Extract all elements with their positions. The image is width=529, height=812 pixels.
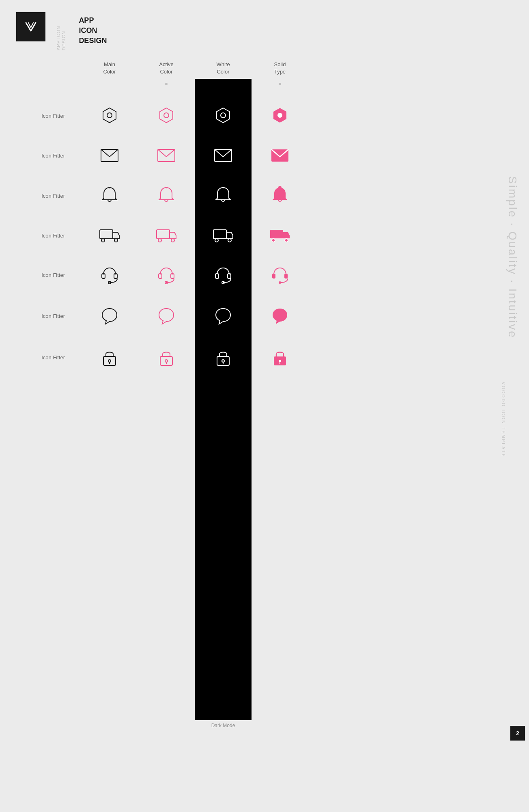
icon-cell-bell-active [138,186,195,205]
table-row: Icon Fitter [0,296,529,336]
svg-point-5 [221,113,226,118]
row-label-4: Icon Fitter [0,233,81,239]
col-header-solid: SolidType [252,61,308,76]
svg-marker-4 [217,108,230,123]
svg-point-43 [108,360,111,362]
icon-cell-truck-solid [252,228,308,243]
svg-point-25 [228,239,231,242]
icon-cell-chat-solid [252,307,308,325]
svg-rect-48 [217,356,229,365]
icon-cell-chat-active [138,307,195,325]
icon-cell-hex-active [138,106,195,125]
right-watermark: VOCODO ICON TEMPLATE [501,382,505,458]
icon-cell-headset-active [138,266,195,284]
svg-point-16 [278,186,282,189]
logo-box [16,12,45,41]
svg-point-49 [222,360,224,362]
svg-point-22 [171,239,174,242]
icon-cell-mail-main [81,148,138,163]
svg-marker-0 [103,108,116,123]
main-content: Icon Fitter [0,95,529,745]
col-header-white: WhiteColor [195,61,252,76]
icon-cell-chat-main [81,307,138,325]
table-row: Icon Fitter [0,336,529,378]
svg-point-46 [165,360,168,362]
header-vertical-label: APP ICON DESIGN [56,14,67,50]
row-label-7: Icon Fitter [0,354,81,361]
row-label-2: Icon Fitter [0,153,81,159]
icon-cell-headset-white [195,266,252,284]
svg-point-18 [101,239,105,242]
row-label-1: Icon Fitter [0,113,81,119]
dark-mode-label: Dark Mode [195,723,252,728]
svg-point-41 [279,281,281,284]
app-title: APP ICON DESIGN [79,15,107,46]
svg-rect-17 [100,230,113,239]
svg-rect-39 [272,274,275,279]
svg-point-3 [164,113,169,118]
svg-marker-2 [160,108,173,123]
svg-point-19 [114,239,118,242]
icon-cell-mail-solid [252,148,308,163]
dot-cell-1 [81,80,138,87]
icon-cell-mail-white [195,148,252,163]
table-row: Icon Fitter [0,136,529,175]
icon-cell-lock-solid [252,348,308,367]
svg-rect-45 [160,356,172,365]
icon-cell-headset-main [81,266,138,284]
svg-rect-26 [270,230,283,239]
icon-cell-hex-solid [252,106,308,125]
column-headers: MainColor ActiveColor WhiteColor SolidTy… [81,61,505,80]
icon-cell-chat-white [195,307,252,325]
icon-cell-lock-main [81,348,138,367]
svg-rect-23 [213,230,226,239]
svg-point-7 [277,113,282,118]
icon-cell-mail-active [138,148,195,163]
svg-point-21 [158,239,161,242]
icon-cell-bell-white [195,186,252,205]
svg-point-1 [107,113,112,118]
svg-rect-40 [284,274,288,279]
table-row: Icon Fitter [0,95,529,136]
icon-cell-truck-white [195,228,252,243]
table-row: Icon Fitter [0,175,529,217]
icon-cell-hex-main [81,106,138,125]
row-label-3: Icon Fitter [0,193,81,199]
icon-cell-lock-active [138,348,195,367]
svg-rect-20 [157,230,170,239]
dot-cell-2 [138,80,195,87]
icon-cell-headset-solid [252,266,308,284]
dot-cell-4 [252,80,308,87]
icon-cell-bell-solid [252,186,308,205]
page-number: 2 [510,726,525,741]
svg-point-52 [279,360,281,362]
header: APP ICON DESIGN APP ICON DESIGN [0,0,529,61]
row-label-5: Icon Fitter [0,272,81,278]
col-header-active: ActiveColor [138,61,195,76]
icon-cell-truck-main [81,228,138,243]
icon-cell-bell-main [81,186,138,205]
right-tagline: Simple · Quality · Intuitive [504,176,521,339]
svg-point-28 [285,239,288,242]
col-header-main: MainColor [81,61,138,76]
row-label-6: Icon Fitter [0,313,81,319]
table-row: Icon Fitter [0,254,529,296]
svg-rect-42 [103,356,116,365]
svg-point-27 [272,239,275,242]
dots-row [81,80,505,87]
icon-cell-lock-white [195,348,252,367]
svg-point-24 [215,239,218,242]
table-row: Icon Fitter [0,217,529,254]
logo-icon [23,19,39,35]
icon-cell-truck-active [138,228,195,243]
icon-cell-hex-white [195,106,252,125]
